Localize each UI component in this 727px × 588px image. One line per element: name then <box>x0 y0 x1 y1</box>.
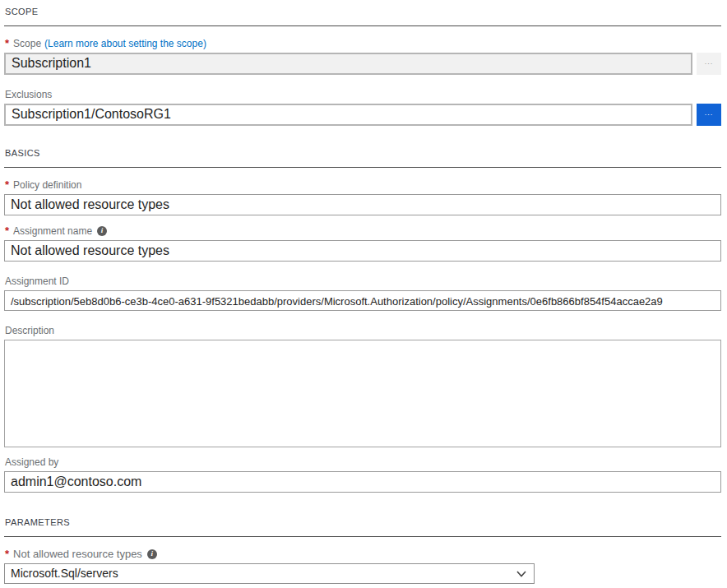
scope-input <box>4 53 692 75</box>
assignment-id-label-text: Assignment ID <box>5 275 69 287</box>
description-textarea[interactable] <box>4 340 721 447</box>
exclusions-browse-button[interactable]: ... <box>697 104 721 126</box>
policy-assignment-form: SCOPE * Scope (Learn more about setting … <box>0 0 727 584</box>
assignment-name-label-text: Assignment name <box>13 225 92 237</box>
section-divider <box>4 167 721 168</box>
required-asterisk: * <box>5 178 9 191</box>
policy-definition-label-text: Policy definition <box>13 179 81 191</box>
scope-browse-button[interactable]: ... <box>697 53 721 75</box>
parameters-section-header: PARAMETERS <box>5 517 721 527</box>
scope-input-row: ... <box>4 53 721 75</box>
not-allowed-resource-types-label: * Not allowed resource types i <box>5 548 721 560</box>
not-allowed-resource-types-select[interactable]: Microsoft.Sql/servers <box>4 563 535 584</box>
exclusions-label: Exclusions <box>5 89 721 100</box>
exclusions-input[interactable] <box>4 104 692 126</box>
required-asterisk: * <box>5 37 9 49</box>
scope-section-header: SCOPE <box>5 7 721 16</box>
basics-section-header: BASICS <box>5 148 721 158</box>
description-label: Description <box>5 325 721 336</box>
exclusions-label-text: Exclusions <box>5 89 52 100</box>
required-asterisk: * <box>5 225 9 237</box>
info-icon[interactable]: i <box>97 226 107 236</box>
assigned-by-input[interactable] <box>4 471 721 493</box>
assigned-by-label: Assigned by <box>5 456 721 468</box>
assignment-name-input[interactable] <box>4 240 721 262</box>
info-icon[interactable]: i <box>147 549 157 559</box>
description-label-text: Description <box>5 325 54 336</box>
exclusions-input-row: ... <box>4 104 721 126</box>
scope-label-text: Scope <box>13 38 41 49</box>
assignment-id-label: Assignment ID <box>5 275 721 287</box>
assignment-name-label: * Assignment name i <box>5 225 721 237</box>
required-asterisk: * <box>5 548 9 560</box>
selected-option-text: Microsoft.Sql/servers <box>11 567 118 580</box>
section-divider <box>4 536 721 537</box>
assignment-id-input[interactable] <box>4 290 721 311</box>
policy-definition-input[interactable] <box>4 194 721 215</box>
scope-learn-more-link[interactable]: (Learn more about setting the scope) <box>44 38 206 49</box>
assigned-by-label-text: Assigned by <box>5 456 58 468</box>
section-divider <box>4 25 721 26</box>
not-allowed-resource-types-label-text: Not allowed resource types <box>13 548 142 560</box>
scope-label: * Scope (Learn more about setting the sc… <box>5 37 721 49</box>
policy-definition-label: * Policy definition <box>5 178 721 191</box>
chevron-down-icon <box>516 571 526 577</box>
